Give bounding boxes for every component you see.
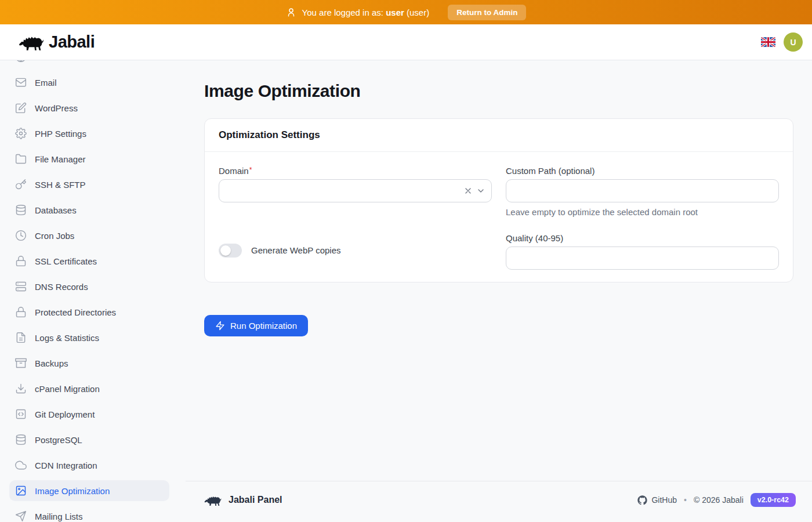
sidebar-item-mailing-lists[interactable]: Mailing Lists [9, 506, 169, 522]
uk-flag-icon[interactable] [761, 37, 775, 47]
footer-separator: • [684, 495, 687, 505]
sidebar-item-postgresql[interactable]: PostgreSQL [9, 429, 169, 450]
sidebar-item-hidden-partial[interactable] [9, 60, 169, 67]
sidebar-item-php-settings[interactable]: PHP Settings [9, 123, 169, 144]
main-content: Image Optimization Optimization Settings… [186, 60, 812, 481]
edit-icon [15, 102, 27, 114]
clock-icon [15, 230, 27, 241]
boar-logo-icon [19, 34, 44, 51]
custom-path-help: Leave empty to optimize the selected dom… [506, 207, 779, 217]
lock-icon [15, 255, 27, 267]
key-icon [15, 179, 27, 190]
quality-field: Quality (40-95) [506, 233, 779, 270]
server-icon [15, 281, 27, 292]
sidebar-item-databases[interactable]: Databases [9, 200, 169, 220]
card-title: Optimization Settings [219, 129, 320, 140]
sidebar: Email WordPress PHP Settings File Manage… [0, 60, 186, 522]
page-title: Image Optimization [204, 81, 793, 101]
footer: Jabali Panel GitHub • © 2026 Jabali v2.0… [186, 481, 812, 522]
sidebar-item-dns-records[interactable]: DNS Records [9, 276, 169, 297]
folder-icon [15, 153, 27, 165]
logged-in-message: You are logged in as: user (user) [286, 7, 430, 17]
brand-name: Jabali [49, 32, 95, 52]
user-icon [286, 7, 296, 17]
github-icon [637, 495, 647, 505]
impersonated-role: (user) [407, 8, 429, 17]
sidebar-item-ssl-certificates[interactable]: SSL Certificates [9, 251, 169, 271]
boar-logo-icon [204, 494, 222, 506]
domain-field: Domain* [219, 166, 492, 217]
clear-icon[interactable] [463, 186, 473, 195]
sidebar-item-image-optimization[interactable]: Image Optimization [9, 480, 169, 501]
send-icon [15, 510, 27, 522]
globe-icon [15, 60, 27, 63]
admin-impersonation-bar: You are logged in as: user (user) Return… [0, 0, 812, 24]
return-to-admin-button[interactable]: Return to Admin [448, 5, 526, 20]
download-icon [15, 383, 27, 394]
webp-toggle-label: Generate WebP copies [251, 245, 341, 255]
archive-icon [15, 357, 27, 369]
sidebar-item-email[interactable]: Email [9, 72, 169, 93]
cloud-icon [15, 459, 27, 471]
run-optimization-button[interactable]: Run Optimization [204, 315, 308, 336]
sidebar-item-git-deployment[interactable]: Git Deployment [9, 404, 169, 425]
footer-brand: Jabali Panel [204, 494, 282, 506]
version-badge: v2.0-rc42 [751, 493, 796, 507]
brand-logo[interactable]: Jabali [19, 32, 95, 52]
mail-icon [15, 77, 27, 88]
gear-icon [15, 128, 27, 139]
database-icon [15, 204, 27, 216]
sidebar-item-file-manager[interactable]: File Manager [9, 148, 169, 169]
sidebar-item-cpanel-migration[interactable]: cPanel Migration [9, 378, 169, 399]
quality-input[interactable] [506, 246, 779, 270]
footer-brand-name: Jabali Panel [229, 495, 282, 505]
lightning-icon [215, 321, 225, 331]
sidebar-item-cdn-integration[interactable]: CDN Integration [9, 455, 169, 476]
code-square-icon [15, 408, 27, 420]
sidebar-item-backups[interactable]: Backups [9, 353, 169, 374]
webp-toggle-row: Generate WebP copies [219, 231, 492, 270]
sidebar-item-protected-directories[interactable]: Protected Directories [9, 302, 169, 322]
generate-webp-toggle[interactable] [219, 244, 242, 258]
sidebar-item-logs-statistics[interactable]: Logs & Statistics [9, 327, 169, 348]
custom-path-field: Custom Path (optional) Leave empty to op… [506, 166, 779, 217]
sidebar-item-cron-jobs[interactable]: Cron Jobs [9, 225, 169, 246]
impersonated-username: user [386, 8, 404, 17]
sidebar-item-ssh-sftp[interactable]: SSH & SFTP [9, 174, 169, 195]
file-text-icon [15, 332, 27, 343]
domain-select[interactable] [219, 179, 492, 202]
user-avatar[interactable]: U [784, 32, 803, 52]
lock-icon [15, 306, 27, 318]
github-link[interactable]: GitHub [637, 495, 677, 505]
required-asterisk: * [249, 166, 252, 174]
image-icon [15, 485, 27, 496]
custom-path-input[interactable] [506, 179, 779, 202]
optimization-settings-card: Optimization Settings Domain* [204, 118, 793, 282]
sidebar-item-wordpress[interactable]: WordPress [9, 97, 169, 118]
chevron-down-icon[interactable] [476, 186, 485, 195]
app-header: Jabali U [0, 24, 812, 60]
copyright-text: © 2026 Jabali [694, 495, 744, 505]
database-icon [15, 434, 27, 445]
